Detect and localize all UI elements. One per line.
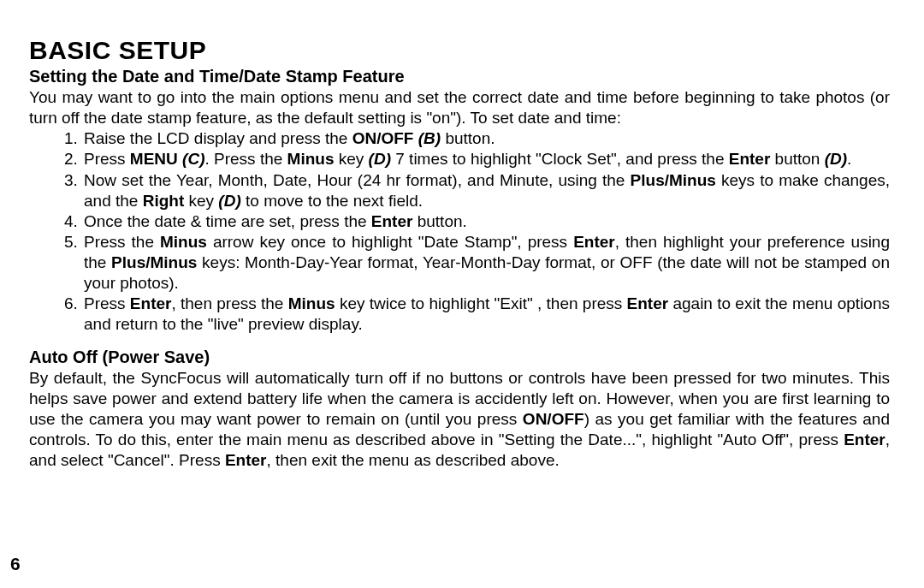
list-item: Press MENU (C). Press the Minus key (D) … (82, 149, 890, 169)
list-item: Press the Minus arrow key once to highli… (82, 232, 890, 294)
setup-steps: Raise the LCD display and press the ON/O… (29, 128, 890, 335)
list-item: Press Enter, then press the Minus key tw… (82, 294, 890, 335)
section-autooff-body: By default, the SyncFocus will automatic… (29, 368, 890, 472)
section-autooff-heading: Auto Off (Power Save) (29, 347, 890, 367)
section-date-intro: You may want to go into the main options… (29, 87, 890, 128)
list-item: Once the date & time are set, press the … (82, 211, 890, 232)
list-item: Now set the Year, Month, Date, Hour (24 … (82, 170, 890, 211)
section-date-heading: Setting the Date and Time/Date Stamp Fea… (29, 67, 890, 86)
manual-page: BASIC SETUP Setting the Date and Time/Da… (0, 0, 924, 588)
page-number: 6 (10, 554, 21, 574)
page-title: BASIC SETUP (29, 36, 890, 65)
list-item: Raise the LCD display and press the ON/O… (82, 128, 890, 149)
